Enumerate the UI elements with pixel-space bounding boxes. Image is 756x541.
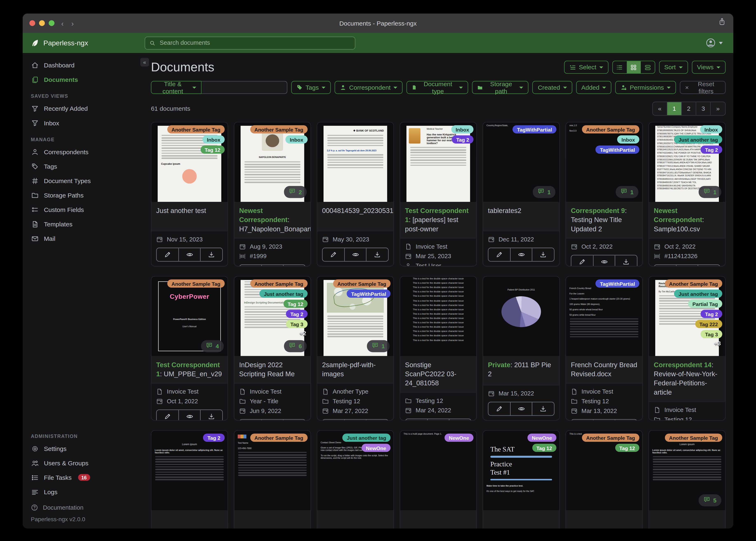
document-correspondent[interactable]: Newest Correspondent <box>239 207 287 224</box>
document-meta-row[interactable]: Jun 9, 2022 <box>239 406 306 416</box>
notes-badge[interactable]: 6 <box>284 340 307 352</box>
document-thumbnail[interactable]: This is a test for the double space char… <box>400 276 476 356</box>
document-thumbnail[interactable]: ❖ BANK OF SCOTLAND2,0 % p. a. auf Ihr Ta… <box>317 123 393 202</box>
tag-pill[interactable]: TagWithPartial <box>513 125 556 134</box>
document-card[interactable]: Lorem ipsumLorem ipsum dolor sit amet, c… <box>151 430 228 529</box>
document-meta-row[interactable]: Oct 2, 2022 <box>654 242 720 251</box>
document-card[interactable]: Test Name123-456-7890Another Sample Tag <box>234 430 311 529</box>
tag-pill[interactable]: Tag 222 <box>695 320 722 328</box>
edit-document-button[interactable] <box>405 419 428 421</box>
sidebar-item-storage-paths[interactable]: Storage Paths <box>23 188 145 202</box>
document-thumbnail[interactable]: CyberPowerPowerPanel® Business EditionUs… <box>151 276 228 356</box>
document-title[interactable]: Test Correspondent 1: UM_PPBE_en_v29 <box>151 356 228 383</box>
zoom-window-button[interactable] <box>49 20 54 26</box>
tag-pill[interactable]: Inbox <box>700 125 722 134</box>
document-thumbnail[interactable]: Review of Arbitral Awards Shows Swift Re… <box>649 276 725 356</box>
sidebar-item-documents[interactable]: Documents <box>23 72 145 87</box>
pagination-next-button[interactable]: » <box>711 102 725 115</box>
document-card[interactable]: Serial Number,Company Name,Employee97881… <box>649 122 726 267</box>
tag-pill[interactable]: Another Sample Tag <box>665 279 722 287</box>
download-document-button[interactable] <box>533 248 554 261</box>
download-document-button[interactable] <box>284 265 305 267</box>
tag-pill[interactable]: Tag 2 <box>701 310 722 318</box>
document-meta-row[interactable]: Mar 24, 2022 <box>405 405 471 415</box>
edit-document-button[interactable] <box>571 255 593 267</box>
tag-pill[interactable]: Just another tag <box>343 434 391 442</box>
document-meta-row[interactable]: #1999 <box>239 251 306 261</box>
document-title[interactable]: 0004814539_20230531 <box>317 202 393 231</box>
document-card[interactable]: This is a multi page document. Page 1.Ne… <box>400 430 477 529</box>
download-document-button[interactable] <box>533 402 554 415</box>
notes-badge[interactable]: 1 <box>533 186 555 198</box>
document-card[interactable]: CyberPowerPowerPanel® Business EditionUs… <box>151 276 228 421</box>
document-title[interactable]: Test Correspondent 1: [paperless] test p… <box>400 202 476 238</box>
document-card[interactable]: ❖ BANK OF SCOTLAND2,0 % p. a. auf Ihr Ta… <box>317 122 394 267</box>
document-thumbnail[interactable]: Another Sample TagTagWithPartial1 <box>317 276 393 356</box>
document-type-filter-button[interactable]: Document type <box>406 81 468 94</box>
document-title[interactable]: French Country Bread Revised.docx <box>566 356 642 383</box>
documentation-link[interactable]: Documentation <box>31 504 145 511</box>
document-thumbnail[interactable]: NAPOLEON BONAPARTEAnother Sample TagInbo… <box>234 123 311 202</box>
document-thumbnail[interactable]: Serial Number,Company Name,Employee97881… <box>649 123 725 202</box>
document-meta-row[interactable]: Mar 13, 2022 <box>571 406 637 416</box>
sidebar-item-inbox[interactable]: Inbox <box>23 116 145 130</box>
document-meta-row[interactable]: Dec 11, 2022 <box>488 235 554 244</box>
document-meta-row[interactable]: Mar 15, 2022 <box>488 389 554 398</box>
document-thumbnail[interactable]: one,1.0five,5.0Another Sample TagInboxTa… <box>566 123 642 202</box>
document-card[interactable]: Country,Region/State,TagWithPartial1tabl… <box>483 122 560 267</box>
tag-pill[interactable]: Just another tag <box>674 289 722 298</box>
tag-pill[interactable]: Another Sample Tag <box>333 279 391 287</box>
document-card[interactable]: French Country BreadFor the Leaven1 heap… <box>566 276 643 421</box>
app-brand[interactable]: Paperless-ngx <box>23 39 145 47</box>
download-document-button[interactable] <box>284 419 305 421</box>
document-meta-row[interactable]: Aug 9, 2023 <box>239 242 306 251</box>
tag-pill[interactable]: Another Sample Tag <box>167 125 225 134</box>
edit-document-button[interactable] <box>322 419 345 421</box>
document-card[interactable]: one,1.0five,5.0Another Sample TagInboxTa… <box>566 122 643 267</box>
document-meta-row[interactable]: Test User <box>405 261 471 267</box>
global-search[interactable] <box>145 36 355 49</box>
document-thumbnail[interactable]: Country,Region/State,TagWithPartial1 <box>483 123 559 202</box>
tag-pill[interactable]: Tag 3 <box>701 330 722 338</box>
correspondent-filter-button[interactable]: Correspondent <box>335 81 403 94</box>
pagination-prev-button[interactable]: « <box>653 102 667 115</box>
sidebar-item-dashboard[interactable]: Dashboard <box>23 58 145 72</box>
document-meta-row[interactable]: Another Type <box>322 387 389 396</box>
download-document-button[interactable] <box>698 265 720 267</box>
tag-pill[interactable]: Another Sample Tag <box>665 434 722 442</box>
document-thumbnail[interactable]: The SATPracticeTest #1Make time to take … <box>483 431 559 510</box>
sidebar-item-file-tasks[interactable]: File Tasks16 <box>23 470 145 485</box>
document-meta-row[interactable]: Testing 12 <box>654 415 720 421</box>
search-input[interactable] <box>159 39 350 47</box>
tag-pill[interactable]: Tag 12 <box>615 444 639 452</box>
download-document-button[interactable] <box>615 255 637 267</box>
tags-filter-button[interactable]: Tags <box>291 81 331 94</box>
document-meta-row[interactable]: Testing 12 <box>322 396 389 406</box>
document-meta-row[interactable]: Invoice Test <box>654 405 720 415</box>
preview-document-button[interactable] <box>179 248 201 261</box>
notes-badge[interactable]: 1 <box>616 186 638 198</box>
preview-document-button[interactable] <box>676 265 698 267</box>
tag-pill[interactable]: Another Sample Tag <box>167 279 225 287</box>
document-card[interactable]: Medical TeacherHas the new Kirkpatrick g… <box>400 122 477 267</box>
tag-pill[interactable]: Another Sample Tag <box>250 125 308 134</box>
edit-document-button[interactable] <box>488 402 510 415</box>
edit-document-button[interactable] <box>240 265 262 267</box>
download-document-button[interactable] <box>201 410 222 421</box>
views-button[interactable]: Views <box>692 61 726 74</box>
sort-button[interactable]: Sort <box>659 61 688 74</box>
sidebar-collapse-button[interactable]: « <box>140 58 149 66</box>
edit-document-button[interactable] <box>322 248 345 261</box>
close-window-button[interactable] <box>30 20 35 26</box>
permissions-filter-button[interactable]: Permissions <box>615 81 676 94</box>
preview-document-button[interactable] <box>345 248 367 261</box>
sidebar-item-logs[interactable]: Logs <box>23 485 145 499</box>
document-correspondent[interactable]: Private <box>488 361 510 368</box>
tag-pill[interactable]: Tag 3 <box>286 320 307 328</box>
notes-badge[interactable]: 1 <box>367 340 390 352</box>
sidebar-item-settings[interactable]: Settings <box>23 441 145 456</box>
share-icon[interactable] <box>718 18 726 27</box>
tag-pill[interactable]: Inbox <box>202 136 224 144</box>
tag-pill[interactable]: Just another tag <box>674 136 722 144</box>
document-thumbnail[interactable]: Adobe Acrobat PDF FilesCupcake ipsumAnot… <box>151 123 228 202</box>
